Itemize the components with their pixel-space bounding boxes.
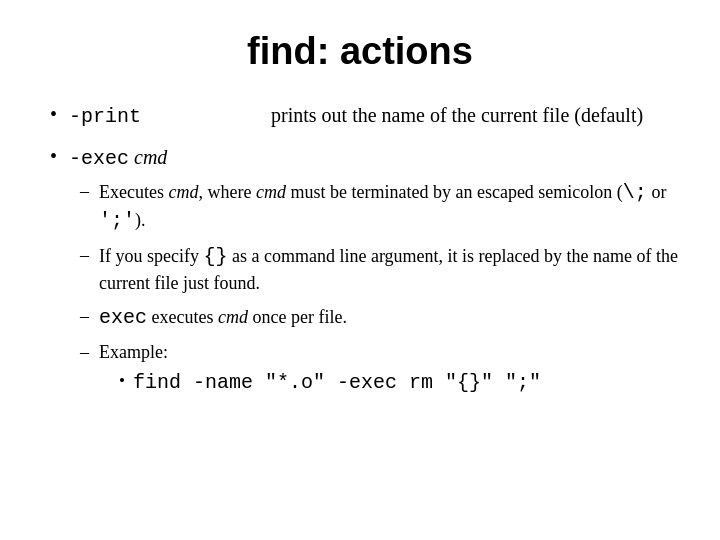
slide: find: actions • -print prints out the na… — [0, 0, 720, 540]
semicolon-quoted: ';' — [99, 209, 135, 232]
exec-label: -exec cmd — [69, 143, 167, 173]
dash-example: – — [80, 340, 89, 365]
example-code-item: • find -name "*.o" -exec rm "{}" ";" — [119, 369, 541, 397]
sub-item-example: – Example: • find -name "*.o" -exec rm "… — [80, 340, 700, 397]
dash-if-specify: – — [80, 243, 89, 268]
print-label: -print — [69, 105, 141, 128]
if-specify-content: If you specify {} as a command line argu… — [99, 243, 700, 296]
exec-once-mono: exec — [99, 306, 147, 329]
bullet-dot-exec: • — [50, 145, 57, 168]
print-content: -print prints out the name of the curren… — [69, 101, 643, 131]
dash-executes: – — [80, 179, 89, 204]
bullet-dot-print: • — [50, 103, 57, 126]
example-code-list: • find -name "*.o" -exec rm "{}" ";" — [119, 369, 541, 397]
sub-item-exec-once: – exec executes cmd once per file. — [80, 304, 700, 332]
sub-item-executes: – Executes cmd, where cmd must be termin… — [80, 179, 700, 235]
cmd-italic-3: cmd — [218, 307, 248, 327]
example-content: Example: • find -name "*.o" -exec rm "{}… — [99, 340, 541, 397]
example-code: find -name "*.o" -exec rm "{}" ";" — [133, 369, 541, 397]
escaped-semicolon: \; — [623, 181, 647, 204]
sub-item-if-specify: – If you specify {} as a command line ar… — [80, 243, 700, 296]
dash-exec-once: – — [80, 304, 89, 329]
executes-content: Executes cmd, where cmd must be terminat… — [99, 179, 700, 235]
exec-once-content: exec executes cmd once per file. — [99, 304, 347, 332]
main-bullet-list: • -print prints out the name of the curr… — [50, 101, 670, 417]
exec-sub-list: – Executes cmd, where cmd must be termin… — [80, 179, 700, 405]
bullet-item-print: • -print prints out the name of the curr… — [50, 101, 670, 131]
braces-symbol: {} — [203, 245, 227, 268]
slide-title: find: actions — [50, 30, 670, 73]
exec-mono-label: -exec — [69, 147, 129, 170]
cmd-italic-2: cmd — [256, 182, 286, 202]
exec-italic-label: cmd — [134, 146, 167, 168]
print-description: prints out the name of the current file … — [271, 104, 643, 126]
bullet-item-exec: • -exec cmd – Executes cmd, where cmd mu… — [50, 143, 670, 405]
cmd-italic-1: cmd — [168, 182, 198, 202]
example-bullet-dot: • — [119, 369, 125, 393]
